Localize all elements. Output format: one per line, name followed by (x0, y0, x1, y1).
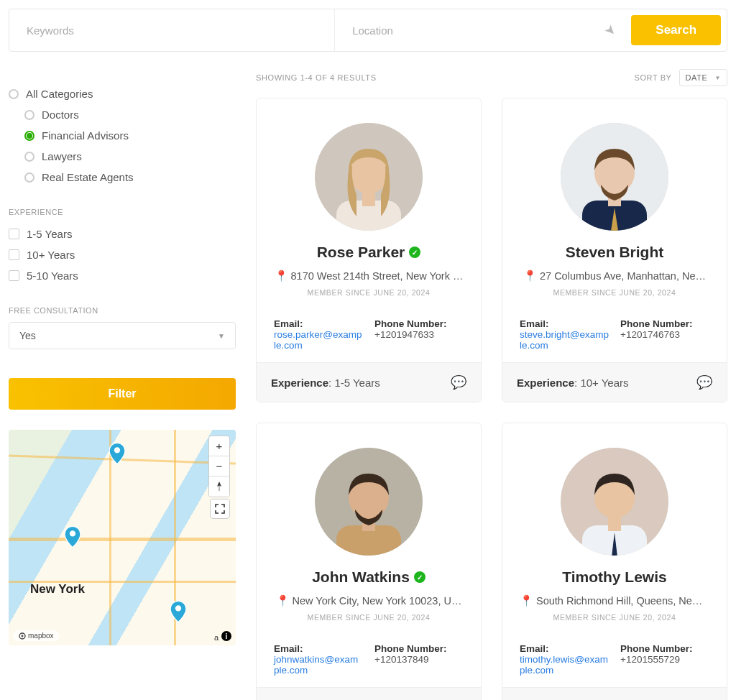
phone-label: Phone Number: (374, 643, 447, 654)
zoom-out-button[interactable]: − (209, 456, 229, 476)
location-pin-icon: 📍 (523, 270, 537, 282)
email-link[interactable]: timothy.lewis@example.com (520, 654, 608, 676)
comment-icon[interactable]: 💬 (696, 374, 712, 390)
member-since: MEMBER SINCE JUNE 20, 2024 (520, 613, 709, 622)
map-pin-icon[interactable] (170, 601, 186, 622)
email-link[interactable]: rose.parker@example.com (274, 329, 362, 351)
experience-heading: EXPERIENCE (9, 208, 236, 216)
category-list: All Categories Doctors Financial Advisor… (9, 83, 236, 188)
result-card: John Watkins ✓ 📍New York City, New York … (256, 423, 482, 700)
fullscreen-button[interactable] (210, 499, 230, 519)
phone-value: +1201947633 (374, 329, 434, 340)
category-item[interactable]: Real Estate Agents (9, 167, 236, 188)
email-link[interactable]: steve.bright@example.com (520, 329, 609, 351)
category-label: Lawyers (42, 150, 82, 162)
svg-point-4 (22, 635, 24, 637)
profile-address: 📍South Richmond Hill, Queens, New… (520, 594, 709, 607)
result-card: Steven Bright 📍27 Columbus Ave, Manhatta… (502, 98, 727, 402)
card-footer: Experience: 5-10 Years 💬 (257, 687, 481, 700)
comment-icon[interactable]: 💬 (451, 374, 466, 390)
phone-label: Phone Number: (374, 318, 447, 329)
card-footer: Experience: 10+ Years 💬 (502, 362, 727, 402)
free-consult-select[interactable]: Yes ▼ (9, 322, 236, 349)
verified-icon: ✓ (409, 247, 420, 258)
profile-address: 📍27 Columbus Ave, Manhattan, Ne… (520, 270, 709, 282)
map-city-label: New York (30, 582, 85, 597)
checkbox-icon (9, 249, 19, 260)
email-label: Email: (274, 643, 303, 654)
filter-button[interactable]: Filter (9, 378, 236, 410)
email-link[interactable]: johnwatkins@example.com (274, 654, 358, 676)
category-label: All Categories (26, 88, 93, 100)
map-info-icon[interactable]: i (221, 631, 231, 641)
member-since: MEMBER SINCE JUNE 20, 2024 (274, 288, 464, 297)
map-attribution[interactable]: mapbox (13, 630, 60, 641)
category-label: Doctors (42, 109, 79, 121)
profile-address: 📍8170 West 214th Street, New York … (274, 270, 464, 282)
phone-value: +1201746763 (620, 329, 680, 340)
email-label: Email: (520, 318, 549, 329)
svg-point-0 (114, 447, 120, 453)
locate-icon[interactable]: ➤ (595, 14, 627, 46)
phone-value: +120137849 (374, 654, 428, 665)
compass-button[interactable] (209, 476, 229, 497)
map[interactable]: New York mapbox i a + − (9, 430, 236, 645)
experience-label: 1-5 Years (27, 228, 72, 240)
verified-icon: ✓ (414, 571, 426, 583)
caret-icon: ▼ (714, 75, 721, 81)
profile-name[interactable]: Timothy Lewis (562, 568, 666, 586)
email-label: Email: (274, 318, 303, 329)
free-consult-heading: FREE CONSULTATION (9, 306, 236, 315)
caret-icon: ▼ (218, 332, 225, 340)
svg-point-2 (175, 605, 181, 611)
experience-option[interactable]: 1-5 Years (9, 224, 236, 244)
category-item[interactable]: Financial Advisors (9, 125, 236, 146)
avatar[interactable] (315, 123, 423, 231)
category-item[interactable]: Lawyers (9, 146, 236, 167)
card-footer: Experience: 10+ Years 💬 (502, 687, 727, 700)
checkbox-icon (9, 270, 19, 281)
avatar[interactable] (315, 448, 423, 556)
keywords-input[interactable] (9, 9, 335, 51)
phone-label: Phone Number: (620, 643, 693, 654)
location-pin-icon: 📍 (276, 594, 290, 607)
search-button[interactable]: Search (631, 15, 721, 45)
radio-icon (24, 172, 34, 183)
profile-name[interactable]: John Watkins ✓ (312, 568, 426, 586)
radio-icon (24, 131, 34, 141)
location-pin-icon: 📍 (520, 594, 533, 607)
experience-label: 10+ Years (27, 249, 75, 261)
phone-value: +1201555729 (620, 654, 680, 665)
profile-address: 📍New York City, New York 10023, U… (274, 594, 464, 607)
zoom-in-button[interactable]: + (209, 436, 229, 456)
email-label: Email: (520, 643, 549, 654)
sort-label: SORT BY (634, 73, 671, 82)
result-card: Rose Parker ✓ 📍8170 West 214th Street, N… (256, 98, 482, 402)
category-item[interactable]: Doctors (9, 104, 236, 125)
location-input[interactable] (335, 24, 597, 37)
category-label: Real Estate Agents (42, 171, 134, 183)
experience-option[interactable]: 10+ Years (9, 244, 236, 265)
free-consult-value: Yes (19, 330, 36, 341)
sort-select[interactable]: DATE ▼ (679, 69, 727, 86)
avatar[interactable] (561, 448, 668, 556)
phone-label: Phone Number: (620, 318, 693, 329)
map-controls: + − (208, 436, 230, 497)
search-bar: ➤ Search (9, 9, 727, 52)
member-since: MEMBER SINCE JUNE 20, 2024 (520, 288, 709, 297)
profile-name[interactable]: Rose Parker ✓ (317, 244, 421, 261)
map-pin-icon[interactable] (109, 443, 125, 464)
svg-point-1 (70, 530, 75, 536)
results-area: SHOWING 1-4 OF 4 RESULTS SORT BY DATE ▼ … (256, 69, 727, 700)
avatar[interactable] (561, 123, 668, 231)
profile-name[interactable]: Steven Bright (566, 244, 664, 261)
sort-control: SORT BY DATE ▼ (634, 69, 727, 86)
radio-icon (9, 89, 19, 99)
category-all[interactable]: All Categories (9, 83, 236, 104)
checkbox-icon (9, 229, 19, 239)
sidebar: All Categories Doctors Financial Advisor… (9, 69, 236, 700)
experience-option[interactable]: 5-10 Years (9, 265, 236, 286)
result-card: Timothy Lewis 📍South Richmond Hill, Quee… (502, 423, 727, 700)
map-pin-icon[interactable] (65, 526, 80, 548)
map-extra: a (214, 633, 218, 642)
